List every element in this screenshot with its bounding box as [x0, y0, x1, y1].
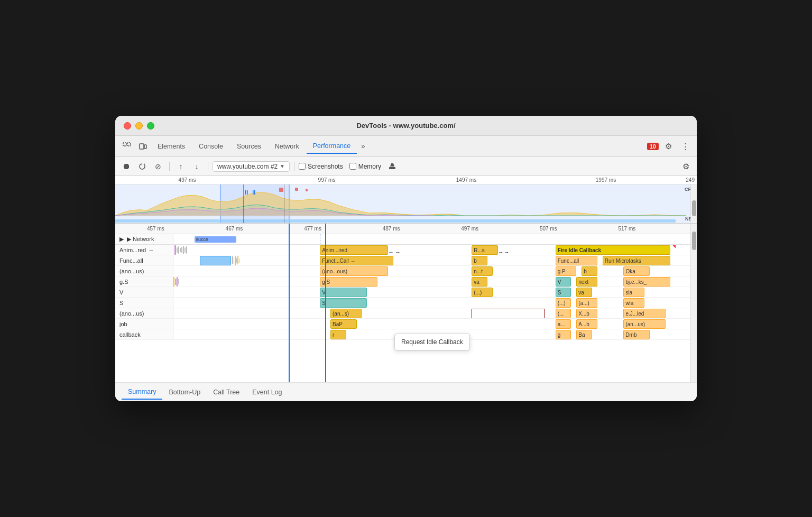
flame-block[interactable]: r [330, 330, 346, 339]
inspect-icon[interactable] [119, 139, 134, 154]
dropdown-arrow-icon: ▼ [280, 163, 285, 169]
flame-scrollbar[interactable] [690, 224, 697, 382]
scrollbar-thumb[interactable] [692, 200, 696, 216]
tab-summary[interactable]: Summary [122, 385, 162, 400]
download-button[interactable]: ↓ [190, 160, 204, 173]
flame-block[interactable]: Anim...ired [320, 245, 388, 255]
row-label-4: V [115, 287, 173, 297]
flame-block[interactable]: (a...) [576, 298, 597, 308]
flame-block[interactable]: b [582, 266, 597, 276]
flame-block[interactable]: sla [623, 288, 644, 297]
row-content-2[interactable]: (ano...ous) n...t g.P b Oka [173, 266, 697, 276]
flame-block[interactable]: n...t [472, 266, 493, 276]
clear-button[interactable]: ⊘ [151, 160, 165, 173]
url-selector[interactable]: www.youtube.com #2 ▼ [213, 161, 290, 172]
flame-block[interactable]: a... [556, 319, 571, 329]
flame-block-fire-idle[interactable]: Fire Idle Callback [556, 245, 671, 255]
row-content-7[interactable]: BaP a... A...b (an...us) [173, 319, 697, 329]
flame-block[interactable]: V [556, 277, 571, 287]
flame-block[interactable]: wla [623, 298, 644, 308]
flame-block[interactable]: (an...us) [623, 319, 665, 329]
network-label-text: ▶ Network [127, 236, 154, 243]
tabs-overflow-button[interactable]: » [358, 140, 368, 152]
network-expand-icon[interactable]: ▶ [119, 236, 124, 243]
flame-block[interactable]: g.S [320, 277, 377, 287]
row-content-5[interactable]: S (...) (a...) wla [173, 298, 697, 308]
upload-button[interactable]: ↑ [174, 160, 188, 173]
tab-right-area: 10 ⚙ ⋮ [647, 139, 693, 154]
flame-scrollbar-thumb[interactable] [692, 232, 696, 250]
flame-block[interactable]: g [556, 330, 571, 339]
net-bar-overview [115, 219, 676, 223]
tab-network[interactable]: Network [269, 140, 306, 153]
flame-block[interactable]: bj.e...ks_ [623, 277, 670, 287]
flame-block[interactable]: V [320, 288, 367, 297]
devtools-settings-button[interactable]: ⚙ [661, 139, 676, 154]
flame-block[interactable]: (... [556, 309, 571, 318]
tab-event-log[interactable]: Event Log [246, 385, 288, 399]
flame-block[interactable]: next [576, 277, 597, 287]
flame-block[interactable]: S [320, 298, 367, 308]
devtools-more-button[interactable]: ⋮ [678, 139, 693, 154]
flame-block[interactable]: X...b [576, 309, 597, 318]
screenshots-label: Screenshots [308, 163, 343, 170]
flame-block[interactable]: Oka [623, 266, 650, 276]
flame-block[interactable]: (ano...ous) [320, 266, 388, 276]
screenshots-checkbox-label[interactable]: Screenshots [299, 163, 343, 170]
refresh-profile-button[interactable] [135, 160, 149, 173]
flame-block[interactable]: A...b [576, 319, 597, 329]
row-content-0[interactable]: Anim...ired →→ R...s →→ Fire Idle Callba… [173, 245, 697, 255]
flame-block[interactable]: va [576, 288, 592, 297]
flame-block[interactable]: e.J...led [623, 309, 665, 318]
row-content-3[interactable]: g.S va V next bj.e...ks_ [173, 276, 697, 287]
crosshair-left [243, 184, 244, 224]
minimize-button[interactable] [135, 122, 143, 130]
flame-block[interactable]: Run Microtasks [603, 256, 671, 265]
memory-checkbox[interactable] [349, 163, 356, 170]
flame-block[interactable]: (an...s) [330, 309, 362, 318]
flame-block[interactable]: Dmb [623, 330, 650, 339]
close-button[interactable] [124, 122, 131, 130]
flame-block[interactable]: b [472, 256, 487, 265]
blue-block[interactable] [200, 256, 231, 265]
row-content-6[interactable]: (an...s) (... X...b e.J...led [173, 308, 697, 318]
screenshots-checkbox[interactable] [299, 163, 306, 170]
clean-button[interactable] [385, 160, 399, 173]
memory-checkbox-label[interactable]: Memory [349, 163, 381, 170]
maximize-button[interactable] [147, 122, 154, 130]
table-row: (ano...us) (ano...ous) n...t g.P b Oka [115, 266, 697, 276]
timeline-graph[interactable]: ⏸ ⏸ CPU NET [115, 184, 697, 224]
network-bar[interactable]: succe [195, 236, 236, 243]
ruler-487: 487 ms [383, 226, 462, 232]
error-count-badge[interactable]: 10 [647, 143, 659, 150]
timeline-overview[interactable]: 497 ms 997 ms 1497 ms 1997 ms 249 [115, 176, 697, 224]
flame-block[interactable]: R...s [472, 245, 498, 255]
ruler-477: 477 ms [304, 226, 383, 232]
flame-block[interactable]: (...) [556, 298, 571, 308]
tab-bottom-up[interactable]: Bottom-Up [162, 385, 207, 399]
devtools-tabs-bar: Elements Console Sources Network Perform… [115, 136, 697, 157]
row-content-1[interactable]: Funct...Call → b Func...all Run Microtas… [173, 255, 697, 265]
flame-block[interactable]: Funct...Call → [320, 256, 393, 265]
ts-497: 497 ms [117, 177, 257, 183]
flame-block[interactable]: va [472, 277, 487, 287]
device-icon[interactable] [135, 139, 150, 154]
flame-block[interactable]: Func...all [556, 256, 597, 265]
network-bar-text: succe [196, 237, 209, 242]
flame-block[interactable]: Ba [576, 330, 592, 339]
flame-block[interactable]: S [556, 288, 571, 297]
perf-settings-button[interactable]: ⚙ [679, 160, 693, 173]
tab-elements[interactable]: Elements [151, 140, 191, 153]
tab-call-tree[interactable]: Call Tree [207, 385, 246, 399]
record-button[interactable]: ⏺ [119, 160, 133, 173]
tab-performance[interactable]: Performance [307, 139, 357, 154]
flame-block[interactable]: g.P [556, 266, 577, 276]
dashed-line [320, 234, 320, 244]
flame-block[interactable]: BaP [330, 319, 357, 329]
row-label-0: Anim...red → [115, 245, 173, 255]
tab-sources[interactable]: Sources [230, 140, 267, 153]
row-content-4[interactable]: V (...) S va sla [173, 287, 697, 297]
network-content: succe [173, 234, 697, 244]
tab-console[interactable]: Console [192, 140, 229, 153]
overview-scrollbar[interactable] [690, 184, 697, 224]
